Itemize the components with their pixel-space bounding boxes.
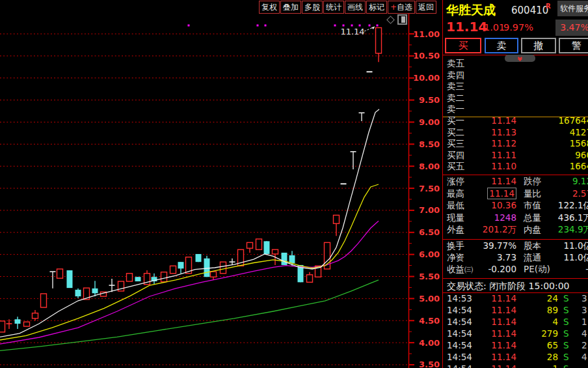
stats2-row-turnover: 换手 39.77% 股本 11.0亿 [443,240,588,251]
svg-text:10.50: 10.50 [413,51,440,61]
svg-text:7.50: 7.50 [419,184,440,193]
svg-text:11.00: 11.00 [413,29,440,39]
window-layout-icon[interactable] [397,14,407,25]
margin-trading-tag: R [546,3,551,10]
svg-text:4.50: 4.50 [419,316,440,326]
trade-row: 14:54 11.14 65 S 2 [443,340,588,350]
window-layout-icon-inner [401,16,405,23]
svg-text:4.00: 4.00 [419,338,440,348]
stats-row-high: 最高 11.14 量比 2.57 [443,188,588,199]
kline-chart[interactable]: 11.0010.5010.009.509.008.508.007.507.006… [0,0,442,368]
svg-text:5.00: 5.00 [419,294,440,304]
ask-row-1[interactable]: 卖一 [443,104,588,114]
trade-row: 14:54 11.14 89 S 3 [443,305,588,315]
trade-row: 14:54 11.14 4 S 1 [443,317,588,327]
svg-text:9.00: 9.00 [419,117,440,127]
collapse-orderbook-button[interactable] [505,55,535,62]
ask-row-3[interactable]: 卖三 [443,81,588,91]
divider [443,175,588,175]
draw-line-button[interactable]: 画线 [345,1,366,14]
svg-text:10.00: 10.00 [413,73,440,83]
price-change-percent: 9.97% [503,22,533,33]
bid-row-3[interactable]: 买三 11.12 1568 [443,138,588,149]
multi-stock-button[interactable]: 多股 [302,1,323,14]
mark-button[interactable]: 标记 [366,1,387,14]
ask-row-4[interactable]: 卖四 [443,70,588,80]
back-button[interactable]: 返回 [416,1,436,14]
svg-text:6.50: 6.50 [419,227,440,237]
bid-row-5[interactable]: 买五 11.10 1664 [443,161,588,171]
divider [443,278,588,279]
high-price-boxed: 11.14 [487,188,516,199]
svg-text:11.14: 11.14 [340,27,364,36]
sell-button[interactable]: 卖 [485,38,518,53]
svg-text:8.50: 8.50 [419,139,440,149]
stats2-row-eps: 收益㈢ -0.200 PE(动) -- [443,264,588,274]
divider [443,239,588,240]
trade-row: 14:54 11.14 279 S 4 [443,328,588,339]
bid-row-2[interactable]: 买二 11.13 4127 [443,127,588,137]
alert-button[interactable]: 警 [559,38,588,53]
ask-row-2[interactable]: 卖二 [443,92,588,103]
trade-row: 14:53 11.14 24 S 3 [443,293,588,304]
add-watchlist-button[interactable]: +自选 [388,1,415,14]
trading-status: 交易状态: 闭市阶段 15:00:00 [447,281,570,292]
statistics-button[interactable]: 统计 [323,1,344,14]
quote-panel: 华胜天成 600410 R 软件服务 11.14 1.01 9.97% 3.47… [442,0,588,368]
stats-row-volume: 现量 1248 总量 436.1万 [443,212,588,223]
cancel-order-button[interactable]: 撤 [521,38,556,53]
trade-row: 14:54 11.14 28 S 4 [443,352,588,362]
stock-code: 600410 [511,5,548,16]
svg-text:3.50: 3.50 [419,360,440,368]
svg-text:8.00: 8.00 [419,162,440,171]
bid-row-1[interactable]: 买一 11.14 167644 [443,115,588,126]
sector-name[interactable]: 软件服务 [557,1,588,16]
restore-rights-button[interactable]: 复权 [259,1,280,14]
svg-text:6.00: 6.00 [419,249,440,259]
svg-text:9.50: 9.50 [419,95,440,105]
price-change: 1.01 [484,22,505,33]
stats-row-limit: 涨停 11.14 跌停 9.12 [443,176,588,186]
chart-toolbar: 复权 叠加 多股 统计 画线 标记 +自选 返回 [259,1,437,14]
svg-text:5.50: 5.50 [419,272,440,281]
stats-row-low: 最低 10.36 市值 122.1亿 [443,200,588,210]
stock-app-window: 11.0010.5010.009.509.008.508.007.507.006… [0,0,588,368]
trade-row: 14:54 11.14 1 S [443,363,588,368]
overlay-button[interactable]: 叠加 [280,1,301,14]
stats-row-lots: 外盘 201.2万 内盘 234.9万 [443,224,588,234]
buy-button[interactable]: 买 [445,38,481,53]
stats2-row-networth: 净资 3.73 流通 11.0亿 [443,252,588,262]
stock-name: 华胜天成 [446,2,496,19]
bid-row-4[interactable]: 买四 11.11 960 [443,150,588,160]
sector-change-percent: 3.47% [555,20,588,36]
last-price: 11.14 [446,19,487,35]
plus-icon: + [390,3,397,12]
svg-text:7.00: 7.00 [419,205,440,215]
